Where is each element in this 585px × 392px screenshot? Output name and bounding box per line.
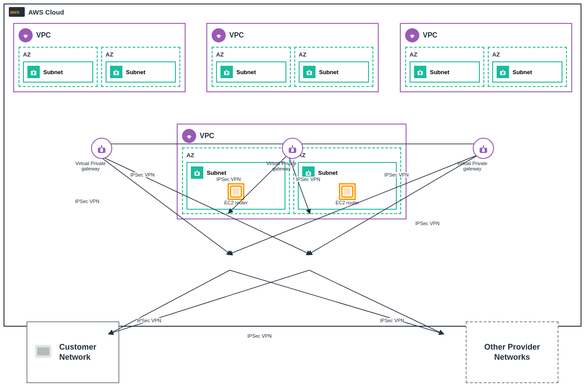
gateway-label-2: Virtual Privategateway	[257, 161, 306, 171]
ipsec-label-4: IPSec VPN	[296, 177, 320, 182]
ec2-label-2: EC2 router	[335, 200, 359, 205]
subnet-label-2-1: Subnet	[236, 69, 256, 75]
svg-point-8	[116, 72, 117, 73]
svg-rect-40	[232, 188, 239, 195]
svg-point-18	[411, 35, 414, 38]
svg-point-10	[217, 35, 220, 38]
az-label-2-2: AZ	[299, 51, 369, 58]
vpc-box-3: VPC AZ Subnet AZ Subnet	[400, 23, 572, 92]
az-box-1-1: AZ Subnet	[19, 47, 98, 87]
subnet-label-3-1: Subnet	[430, 69, 449, 75]
subnet-label-1-2: Subnet	[126, 69, 145, 75]
subnet-icon-2-1	[220, 66, 233, 78]
az-center-label-2: AZ	[298, 152, 397, 158]
vpc-center-label: VPC	[200, 132, 214, 140]
az-label-1-1: AZ	[23, 51, 93, 58]
ec2-label-1: EC2 router	[224, 200, 247, 205]
svg-point-16	[309, 72, 310, 73]
subnet-label-3-2: Subnet	[513, 69, 532, 75]
ec2-icon-1	[228, 183, 244, 200]
subnet-box-1-2: Subnet	[106, 61, 176, 83]
az-label-3-1: AZ	[410, 51, 480, 58]
subnet-icon-3-1	[414, 66, 426, 78]
az-box-2-2: AZ Subnet	[294, 47, 373, 87]
svg-point-33	[482, 148, 484, 150]
aws-header: aws AWS Cloud	[4, 4, 581, 19]
vpc-center-icon	[182, 129, 196, 143]
subnet-label-2-2: Subnet	[319, 69, 338, 75]
az-box-3-1: AZ Subnet	[405, 47, 484, 87]
subnet-icon-center-1	[191, 166, 203, 179]
gateway-circle-1	[91, 138, 112, 159]
subnet-box-1-1: Subnet	[23, 61, 93, 83]
vpc-icon-2	[212, 28, 226, 42]
az-box-3-2: AZ Subnet	[488, 47, 567, 87]
gateway-circle-2	[282, 138, 303, 159]
vpc-box-2: VPC AZ Subnet AZ Subnet	[206, 23, 379, 92]
az-box-2-1: AZ Subnet	[212, 47, 291, 87]
svg-point-5	[33, 72, 34, 73]
subnet-box-2-2: Subnet	[299, 61, 369, 83]
subnet-box-3-2: Subnet	[492, 61, 562, 83]
subnet-label-1-1: Subnet	[43, 69, 63, 75]
subnet-box-2-1: Subnet	[216, 61, 286, 83]
subnet-icon-2-2	[303, 66, 315, 78]
subnet-label-center-1: Subnet	[207, 170, 226, 176]
az-label-3-2: AZ	[492, 51, 562, 58]
gateway-label-3: Virtual Privategateway	[448, 161, 497, 171]
az-label-2-1: AZ	[216, 51, 286, 58]
svg-point-35	[188, 136, 190, 139]
ipsec-label-3: IPSec VPN	[217, 177, 241, 182]
subnet-box-3-1: Subnet	[410, 61, 480, 83]
svg-rect-57	[344, 188, 350, 195]
ipsec-label-6: IPSec VPN	[415, 221, 440, 226]
vpc-label-1: VPC	[36, 31, 51, 39]
svg-point-38	[197, 172, 198, 173]
svg-point-30	[292, 148, 293, 150]
vpc-label-3: VPC	[423, 31, 437, 39]
svg-point-24	[502, 72, 504, 73]
aws-cloud-container: aws AWS Cloud VPC AZ Subnet	[4, 4, 581, 327]
subnet-icon-1-1	[27, 66, 40, 78]
svg-point-13	[226, 72, 228, 73]
ipsec-label-8: IPSec VPN	[247, 333, 272, 339]
az-box-1-2: AZ Subnet	[101, 47, 180, 87]
svg-rect-71	[37, 347, 49, 356]
ipsec-label-2: IPSec VPN	[75, 199, 99, 204]
svg-point-27	[101, 148, 103, 150]
aws-logo: aws	[9, 7, 25, 17]
ipsec-label-5: IPSec VPN	[384, 172, 409, 177]
customer-network: CustomerNetwork	[27, 321, 119, 383]
az-label-1-2: AZ	[106, 51, 176, 58]
subnet-icon-1-2	[110, 66, 122, 78]
customer-network-icon	[34, 342, 53, 363]
subnet-icon-3-2	[497, 66, 509, 78]
subnet-label-center-2: Subnet	[318, 170, 338, 176]
aws-cloud-label: AWS Cloud	[28, 8, 64, 16]
svg-point-2	[24, 35, 27, 38]
gateway-circle-3	[473, 138, 494, 159]
customer-network-label: CustomerNetwork	[59, 342, 96, 363]
svg-point-21	[420, 72, 421, 73]
svg-point-55	[308, 172, 309, 173]
ipsec-label-9: IPSec VPN	[380, 318, 404, 323]
vpc-icon-1	[19, 28, 33, 42]
vpc-icon-3	[405, 28, 419, 42]
az-center-label-1: AZ	[186, 152, 285, 158]
ipsec-label-7: IPSec VPN	[137, 318, 161, 323]
ec2-icon-2	[339, 183, 356, 200]
other-networks-label: Other ProviderNetworks	[484, 342, 540, 363]
ipsec-label-1: IPSec VPN	[130, 172, 155, 177]
other-provider-networks: Other ProviderNetworks	[466, 321, 558, 383]
svg-text:aws: aws	[10, 9, 19, 15]
vpc-label-2: VPC	[229, 31, 244, 39]
vpc-box-1: VPC AZ Subnet AZ Subnet	[13, 23, 186, 92]
gateway-label-1: Virtual Privategateway	[66, 161, 115, 171]
